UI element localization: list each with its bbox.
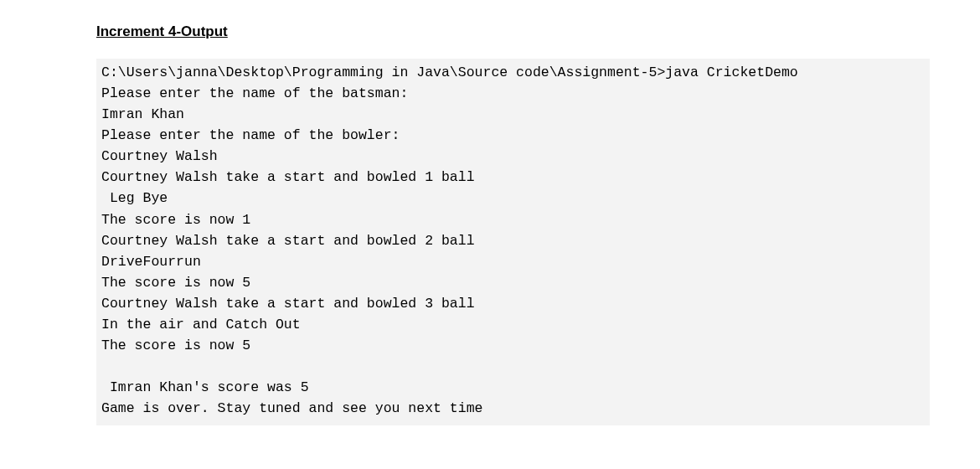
code-line: Leg Bye: [101, 190, 168, 206]
code-line: The score is now 5: [101, 275, 250, 291]
section-heading: Increment 4-Output: [96, 23, 930, 40]
code-line: Imran Khan's score was 5: [101, 379, 309, 395]
code-line: In the air and Catch Out: [101, 317, 301, 332]
code-line: Courtney Walsh: [101, 148, 218, 164]
code-line: Please enter the name of the batsman:: [101, 85, 408, 101]
console-output-block: C:\Users\janna\Desktop\Programming in Ja…: [96, 59, 930, 425]
code-line: C:\Users\janna\Desktop\Programming in Ja…: [101, 64, 798, 80]
code-line: Courtney Walsh take a start and bowled 1…: [101, 169, 475, 185]
code-line: Game is over. Stay tuned and see you nex…: [101, 400, 482, 416]
code-line: Courtney Walsh take a start and bowled 3…: [101, 296, 475, 312]
code-line: Courtney Walsh take a start and bowled 2…: [101, 233, 475, 249]
document-content: Increment 4-Output C:\Users\janna\Deskto…: [0, 23, 980, 425]
code-line: DriveFourrun: [101, 254, 201, 270]
code-line: Imran Khan: [101, 106, 184, 122]
code-line: Please enter the name of the bowler:: [101, 127, 400, 143]
code-line: The score is now 5: [101, 338, 250, 353]
code-line: The score is now 1: [101, 212, 250, 228]
